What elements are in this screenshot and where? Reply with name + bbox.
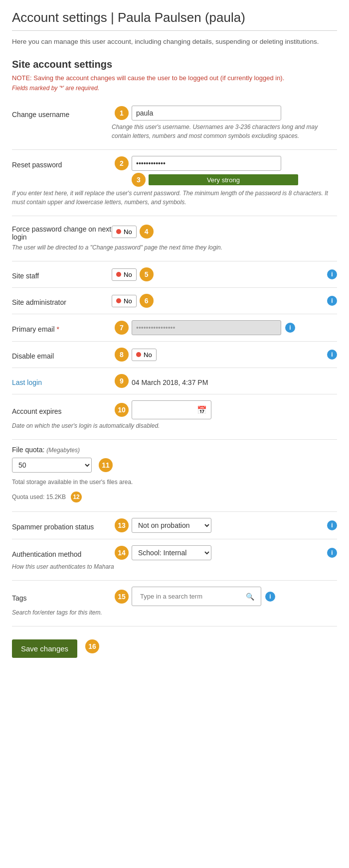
account-expires-input-wrap: 📅 <box>132 400 211 419</box>
auth-method-row: Authentication method 14 School: Interna… <box>12 539 337 581</box>
badge-9: 9 <box>115 374 129 388</box>
reset-password-label: Reset password <box>12 158 112 169</box>
site-admin-toggle-label: No <box>124 297 132 305</box>
file-quota-label: File quota: (Megabytes) <box>12 446 337 454</box>
primary-email-input[interactable] <box>132 320 281 335</box>
reset-password-row: Reset password 2 3 Very strong If you en… <box>12 150 337 216</box>
badge-3: 3 <box>132 173 146 187</box>
file-quota-section: File quota: (Megabytes) 50 11 Total stor… <box>12 440 337 512</box>
calendar-icon: 📅 <box>197 405 207 415</box>
spammer-probation-label: Spammer probation status <box>12 520 112 531</box>
disable-email-row: Disable email 8 No i <box>12 342 337 368</box>
site-admin-dot <box>116 298 121 303</box>
force-password-toggle[interactable]: No <box>112 226 137 238</box>
account-expires-row: Account expires 10 📅 Date on which the u… <box>12 394 337 440</box>
badge-1: 1 <box>115 106 129 120</box>
auth-method-help: How this user authenticates to Mahara <box>12 560 114 574</box>
save-row: Save changes 16 <box>12 630 337 662</box>
change-username-label: Change username <box>12 108 112 119</box>
section-title: Site account settings <box>12 59 337 70</box>
file-quota-select[interactable]: 50 <box>12 458 92 473</box>
tags-input[interactable] <box>136 590 246 603</box>
quota-help1: Total storage available in the user's fi… <box>12 476 337 490</box>
site-admin-info-icon[interactable]: i <box>327 296 337 306</box>
site-staff-dot <box>116 272 121 277</box>
site-staff-label: Site staff <box>12 269 112 280</box>
password-help: If you enter text here, it will replace … <box>12 187 337 210</box>
badge-14: 14 <box>115 546 129 560</box>
last-login-value: 04 March 2018, 4:37 PM <box>132 375 208 386</box>
password-strength-bar: Very strong <box>149 174 298 185</box>
account-expires-help: Date on which the user's login is automa… <box>12 419 160 433</box>
tags-search-icon: 🔍 <box>246 593 254 601</box>
username-input[interactable] <box>132 106 281 121</box>
primary-email-info-icon[interactable]: i <box>285 323 295 333</box>
badge-5: 5 <box>140 267 154 281</box>
required-star: * <box>56 325 59 333</box>
username-help: Change this user's username. Usernames a… <box>12 121 337 143</box>
force-password-help: The user will be directed to a "Change p… <box>12 241 222 255</box>
site-admin-toggle[interactable]: No <box>112 295 137 307</box>
force-password-label: Force password change on next login <box>12 222 112 241</box>
badge-15: 15 <box>115 590 129 604</box>
auth-method-info-icon[interactable]: i <box>327 548 337 558</box>
badge-8: 8 <box>115 348 129 362</box>
disable-email-toggle[interactable]: No <box>132 349 157 361</box>
badge-11: 11 <box>99 458 113 472</box>
site-staff-info-icon[interactable]: i <box>327 269 337 279</box>
change-username-row: Change username 1 Change this user's use… <box>12 100 337 150</box>
spammer-info-icon[interactable]: i <box>327 520 337 530</box>
toggle-dot <box>116 229 121 234</box>
badge-4: 4 <box>140 225 154 239</box>
spammer-probation-select[interactable]: Not on probation On probation <box>132 518 211 533</box>
auth-method-select[interactable]: School: Internal <box>132 545 211 560</box>
last-login-label: Last login <box>12 375 112 386</box>
page-title: Account settings | Paula Paulsen (paula) <box>12 10 337 31</box>
badge-2: 2 <box>115 156 129 170</box>
required-note: Fields marked by '*' are required. <box>12 85 337 92</box>
note-text: NOTE: Saving the account changes will ca… <box>12 74 337 82</box>
site-staff-toggle-label: No <box>124 271 132 278</box>
auth-method-label: Authentication method <box>12 547 112 558</box>
site-staff-toggle[interactable]: No <box>112 268 137 281</box>
tags-row: Tags 15 🔍 i Search for/enter tags for th… <box>12 581 337 626</box>
disable-email-dot <box>136 352 141 357</box>
badge-10: 10 <box>115 403 129 417</box>
site-admin-row: Site administrator No 6 i <box>12 288 337 314</box>
tags-help: Search for/enter tags for this item. <box>12 606 102 620</box>
badge-16: 16 <box>85 639 99 653</box>
force-password-row: Force password change on next login No 4… <box>12 216 337 261</box>
primary-email-label: Primary email * <box>12 322 112 333</box>
quota-help2: Quota used: 15.2KB 12 <box>12 490 337 505</box>
disable-email-label: Disable email <box>12 349 112 360</box>
account-expires-input[interactable] <box>136 403 196 417</box>
save-changes-button[interactable]: Save changes <box>12 639 77 658</box>
disable-email-toggle-label: No <box>144 351 152 359</box>
password-input[interactable] <box>132 156 281 171</box>
tags-label: Tags <box>12 591 112 602</box>
spammer-probation-row: Spammer probation status 13 Not on proba… <box>12 512 337 539</box>
primary-email-row: Primary email * 7 i <box>12 314 337 342</box>
badge-6: 6 <box>140 294 154 308</box>
tags-info-icon[interactable]: i <box>265 592 275 602</box>
last-login-row: Last login 9 04 March 2018, 4:37 PM <box>12 368 337 394</box>
intro-text: Here you can manage this user account, i… <box>12 37 337 47</box>
badge-7: 7 <box>115 321 129 335</box>
account-expires-label: Account expires <box>12 404 112 415</box>
badge-13: 13 <box>115 518 129 532</box>
site-staff-row: Site staff No 5 i <box>12 261 337 288</box>
site-admin-label: Site administrator <box>12 295 112 306</box>
disable-email-info-icon[interactable]: i <box>327 350 337 360</box>
badge-12: 12 <box>71 492 82 502</box>
force-password-toggle-label: No <box>124 228 132 236</box>
